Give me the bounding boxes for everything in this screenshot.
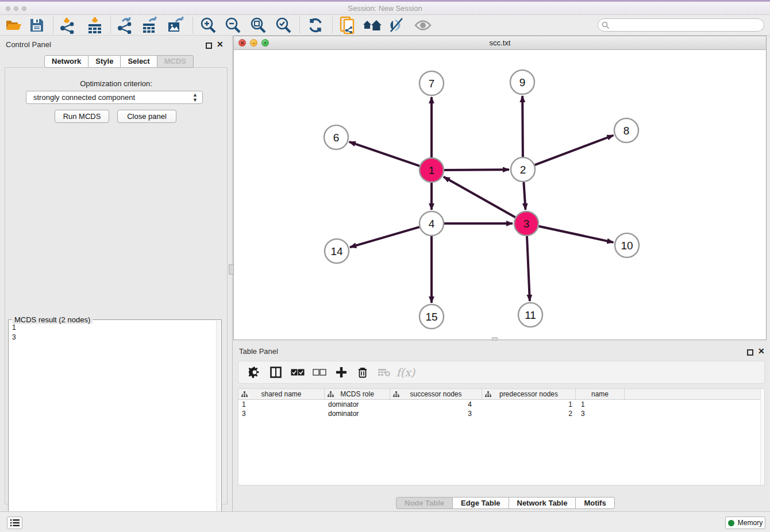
tab-network[interactable]: Network	[44, 55, 88, 68]
svg-text:10: 10	[621, 240, 633, 252]
memory-button[interactable]: Memory	[725, 516, 765, 529]
float-icon	[747, 349, 753, 356]
graph-node-2[interactable]: 2	[511, 157, 535, 182]
network-maximize-button[interactable]: +	[261, 39, 269, 47]
table-scrollbar[interactable]	[760, 389, 764, 485]
graph-edge-4-14[interactable]	[350, 227, 419, 247]
network-minimize-button[interactable]: −	[250, 39, 257, 47]
cell-predecessor-nodes: 1	[482, 400, 576, 409]
tab-motifs[interactable]: Motifs	[576, 497, 614, 509]
window-close-button[interactable]	[6, 6, 10, 11]
graph-edge-3-10[interactable]	[539, 226, 614, 242]
open-file-button[interactable]	[2, 16, 25, 35]
network-graph[interactable]: 7968124314101511	[234, 50, 766, 340]
zoom-selected-icon	[275, 17, 292, 34]
window-minimize-button[interactable]	[14, 6, 18, 11]
tab-select[interactable]: Select	[121, 55, 157, 68]
zoom-in-button[interactable]	[197, 16, 220, 35]
table-panel-close-button[interactable]: ✕	[758, 348, 765, 354]
graph-node-3[interactable]: 3	[514, 211, 538, 236]
toolbar-separator	[299, 17, 300, 33]
graph-node-1[interactable]: 1	[419, 158, 444, 182]
graph-node-11[interactable]: 11	[518, 303, 542, 327]
zoom-selected-button[interactable]	[272, 16, 295, 35]
export-network-icon	[117, 17, 134, 34]
delete-table-button[interactable]	[374, 361, 395, 383]
open-folder-icon	[5, 18, 22, 33]
tab-mcds[interactable]: MCDS	[157, 55, 194, 68]
search-input[interactable]	[610, 21, 764, 30]
column-header-name[interactable]: name	[576, 389, 625, 399]
tab-style[interactable]: Style	[88, 55, 121, 68]
graph-edge-1-6[interactable]	[349, 142, 420, 166]
graph-node-4[interactable]: 4	[419, 211, 444, 236]
split-view-button[interactable]	[265, 361, 286, 383]
search-field[interactable]	[598, 18, 764, 32]
column-header-predecessor-nodes[interactable]: predecessor nodes	[482, 389, 576, 399]
svg-text:4: 4	[429, 218, 435, 230]
graph-edge-2-9[interactable]	[522, 96, 523, 157]
mcds-result-scrollbar[interactable]	[216, 321, 221, 532]
save-session-button[interactable]	[25, 16, 48, 35]
network-window-titlebar[interactable]: ✕ − + scc.txt	[234, 36, 766, 50]
home-button[interactable]	[361, 16, 384, 35]
toolbar-separator	[110, 17, 111, 33]
graph-edge-3-1[interactable]	[444, 177, 515, 217]
import-network-button[interactable]	[56, 16, 79, 35]
export-network-button[interactable]	[114, 16, 137, 35]
fx-icon: f(x)	[396, 366, 415, 379]
add-column-button[interactable]	[331, 361, 352, 383]
zoom-in-icon	[199, 17, 217, 34]
zoom-out-button[interactable]	[221, 16, 244, 35]
control-panel-float-button[interactable]	[206, 41, 212, 51]
graph-edge-2-3[interactable]	[523, 182, 525, 210]
table-toolbar: f(x)	[238, 361, 765, 384]
tab-node-table[interactable]: Node Table	[396, 497, 453, 509]
import-table-button[interactable]	[83, 16, 106, 35]
graph-node-6[interactable]: 6	[324, 125, 348, 149]
graph-node-7[interactable]: 7	[419, 71, 444, 95]
apply-layout-button[interactable]	[304, 16, 327, 35]
delete-column-button[interactable]	[352, 361, 373, 383]
show-eye-button[interactable]	[411, 16, 434, 35]
unchecked-boxes-icon	[313, 369, 326, 376]
trash-icon	[357, 367, 368, 378]
table-settings-button[interactable]	[244, 361, 265, 383]
column-header-shared-name[interactable]: shared name	[238, 389, 325, 399]
table-row[interactable]: 1 dominator 4 1 1	[238, 400, 764, 409]
graph-edge-1-2[interactable]	[444, 169, 509, 170]
hide-glasses-button[interactable]	[386, 16, 409, 35]
column-header-successor-nodes[interactable]: successor nodes	[390, 389, 482, 399]
close-panel-button[interactable]: Close panel	[117, 110, 176, 123]
graph-node-14[interactable]: 14	[325, 239, 349, 263]
run-mcds-button[interactable]: Run MCDS	[55, 110, 109, 123]
table-row[interactable]: 3 dominator 3 2 3	[238, 409, 764, 418]
tab-edge-table[interactable]: Edge Table	[453, 497, 509, 509]
export-table-button[interactable]	[138, 16, 161, 35]
tab-network-table[interactable]: Network Table	[509, 497, 576, 509]
eye-icon	[414, 19, 432, 32]
zoom-fit-button[interactable]	[247, 16, 270, 35]
graph-node-10[interactable]: 10	[615, 233, 639, 257]
graph-edge-3-11[interactable]	[527, 236, 530, 301]
deselect-all-button[interactable]	[309, 361, 330, 383]
graph-node-15[interactable]: 15	[419, 304, 444, 329]
control-panel-close-button[interactable]: ✕	[217, 41, 224, 48]
export-image-button[interactable]	[164, 16, 187, 35]
svg-text:9: 9	[519, 76, 526, 88]
network-close-button[interactable]: ✕	[238, 39, 246, 47]
network-canvas[interactable]: 7968124314101511	[234, 50, 766, 340]
criterion-select[interactable]: strongly connected component ▲▼	[26, 91, 203, 104]
graph-node-9[interactable]: 9	[510, 70, 534, 94]
column-header-mcds-role[interactable]: MCDS role	[325, 389, 390, 399]
graph-edge-2-8[interactable]	[535, 136, 614, 165]
table-panel-float-button[interactable]	[747, 348, 753, 358]
zoom-fit-icon	[249, 17, 267, 34]
function-builder-button[interactable]: f(x)	[395, 361, 416, 383]
clone-network-button[interactable]	[336, 16, 359, 35]
graph-node-8[interactable]: 8	[614, 118, 638, 142]
window-zoom-button[interactable]	[22, 6, 26, 11]
log-console-button[interactable]	[7, 516, 22, 529]
network-frame-resize-handle[interactable]	[492, 337, 498, 341]
select-all-button[interactable]	[287, 361, 308, 383]
